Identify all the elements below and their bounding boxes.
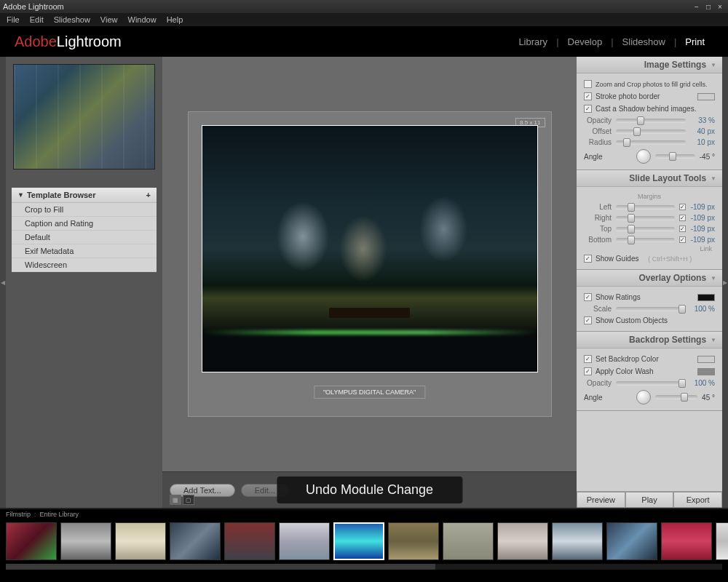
module-switcher: Library| Develop| Slideshow| Print (510, 36, 713, 47)
wash-color-swatch[interactable] (697, 368, 715, 375)
stroke-checkbox[interactable]: ✓ (584, 92, 592, 100)
overlay-header[interactable]: Overlay Options▼ (577, 270, 722, 287)
template-item[interactable]: Crop to Fill (12, 203, 157, 217)
offset-slider[interactable] (616, 129, 686, 134)
link-left-checkbox[interactable]: ✓ (679, 204, 686, 210)
template-item[interactable]: Exif Metadata (12, 244, 157, 258)
grid-view-button[interactable]: ▦ (170, 495, 181, 505)
template-item[interactable]: Caption and Rating (12, 217, 157, 231)
window-title: Adobe Lightroom (3, 2, 64, 11)
slide-layout-header[interactable]: Slide Layout Tools▼ (577, 170, 722, 187)
zoom-crop-checkbox[interactable] (584, 80, 592, 88)
menubar: File Edit Slideshow View Window Help (0, 13, 728, 26)
backdrop-angle-knob[interactable] (636, 390, 651, 404)
photo-caption[interactable]: "OLYMPUS DIGITAL CAMERA" (314, 386, 425, 399)
filmstrip-thumb[interactable] (333, 522, 384, 560)
module-library[interactable]: Library (510, 36, 556, 47)
angle-knob[interactable] (636, 149, 651, 164)
filmstrip-thumb[interactable] (115, 522, 166, 560)
image-cell[interactable] (202, 125, 538, 372)
ratings-checkbox[interactable]: ✓ (584, 293, 592, 301)
margin-top-slider[interactable] (616, 227, 675, 231)
menu-file[interactable]: File (1, 14, 25, 25)
filmstrip-thumb[interactable] (443, 522, 494, 560)
filmstrip-source[interactable]: Entire Library (40, 511, 79, 518)
filmstrip-thumb[interactable] (716, 522, 728, 560)
photo-object (329, 308, 409, 318)
scale-slider[interactable] (616, 307, 686, 311)
scrollbar-thumb[interactable] (6, 564, 435, 570)
stroke-color-swatch[interactable] (697, 93, 715, 100)
image-settings-header[interactable]: Image Settings▼ (577, 57, 722, 73)
zoom-crop-label: Zoom and Crop photos to fill grid cells. (596, 81, 708, 88)
link-label: Link (584, 245, 715, 252)
color-wash-checkbox[interactable]: ✓ (584, 367, 592, 375)
brand-logo: AdobeLightroom (15, 33, 122, 50)
filmstrip-thumb[interactable] (60, 522, 111, 560)
maximize-button[interactable]: □ (703, 2, 713, 11)
single-view-button[interactable]: ▢ (183, 495, 194, 505)
filmstrip-thumb[interactable] (170, 522, 221, 560)
backdrop-angle-slider[interactable] (655, 395, 698, 399)
radius-slider[interactable] (616, 140, 686, 145)
filmstrip-thumb[interactable] (606, 522, 657, 560)
filmstrip-thumb[interactable] (497, 522, 548, 560)
link-right-checkbox[interactable]: ✓ (679, 215, 686, 221)
module-slideshow[interactable]: Slideshow (614, 36, 674, 47)
right-collapse-handle[interactable]: ▶ (722, 57, 728, 508)
center-area: 8.5 x 11 "OLYMPUS DIGITAL CAMERA" Add Te… (162, 57, 577, 508)
filmstrip-thumb[interactable] (6, 522, 57, 560)
ratings-color-swatch[interactable] (697, 294, 715, 301)
menu-help[interactable]: Help (162, 14, 189, 25)
filmstrip-scrollbar[interactable] (6, 564, 722, 570)
margin-right-slider[interactable] (616, 216, 675, 220)
template-item[interactable]: Widescreen (12, 258, 157, 272)
filmstrip-thumb[interactable] (224, 522, 275, 560)
navigator-preview[interactable] (13, 64, 155, 170)
print-page[interactable]: 8.5 x 11 "OLYMPUS DIGITAL CAMERA" (188, 111, 552, 417)
filmstrip: Filmstrip : Entire Library (0, 508, 728, 569)
play-button[interactable]: Play (625, 492, 674, 508)
margins-label: Margins (584, 191, 715, 202)
undo-toast: Undo Module Change (277, 477, 462, 503)
filmstrip-thumb[interactable] (661, 522, 712, 560)
backdrop-opacity-slider[interactable] (616, 381, 686, 386)
margin-left-slider[interactable] (616, 205, 675, 210)
shadow-checkbox[interactable]: ✓ (584, 105, 592, 113)
export-button[interactable]: Export (673, 492, 722, 508)
filmstrip-row[interactable] (0, 519, 728, 563)
brand-bar: AdobeLightroom Library| Develop| Slidesh… (0, 26, 728, 57)
link-bottom-checkbox[interactable]: ✓ (679, 236, 686, 243)
filmstrip-thumb[interactable] (388, 522, 439, 560)
brand-product: Lightroom (57, 33, 122, 49)
backdrop-color-swatch[interactable] (697, 356, 715, 363)
link-top-checkbox[interactable]: ✓ (679, 226, 686, 232)
module-develop[interactable]: Develop (559, 36, 612, 47)
backdrop-color-checkbox[interactable]: ✓ (584, 355, 592, 363)
stroke-label: Stroke photo border (596, 92, 660, 100)
menu-window[interactable]: Window (123, 14, 162, 25)
backdrop-header[interactable]: Backdrop Settings▼ (577, 332, 722, 348)
center-toolbar: Add Text... Edit... ▦ ▢ Undo Module Chan… (162, 471, 577, 508)
preview-button[interactable]: Preview (577, 492, 625, 508)
filmstrip-thumb[interactable] (279, 522, 330, 560)
minimize-button[interactable]: − (692, 2, 702, 11)
opacity-slider[interactable] (616, 119, 686, 123)
template-browser-header[interactable]: ▼ Template Browser + (12, 188, 157, 203)
menu-view[interactable]: View (95, 14, 123, 25)
left-collapse-handle[interactable]: ◀ (0, 57, 6, 508)
right-action-bar: Preview Play Export (577, 491, 722, 508)
filmstrip-thumb[interactable] (552, 522, 603, 560)
guides-checkbox[interactable]: ✓ (584, 255, 592, 263)
angle-slider[interactable] (655, 154, 695, 159)
module-print[interactable]: Print (676, 36, 713, 47)
menu-edit[interactable]: Edit (25, 14, 49, 25)
triangle-icon: ▼ (706, 337, 716, 343)
close-button[interactable]: × (715, 2, 725, 11)
template-item[interactable]: Default (12, 231, 157, 244)
menu-slideshow[interactable]: Slideshow (49, 14, 95, 25)
add-template-button[interactable]: + (146, 191, 151, 199)
custom-objects-checkbox[interactable]: ✓ (584, 316, 592, 324)
margin-bottom-slider[interactable] (616, 238, 675, 242)
shadow-label: Cast a Shadow behind images. (596, 105, 696, 113)
